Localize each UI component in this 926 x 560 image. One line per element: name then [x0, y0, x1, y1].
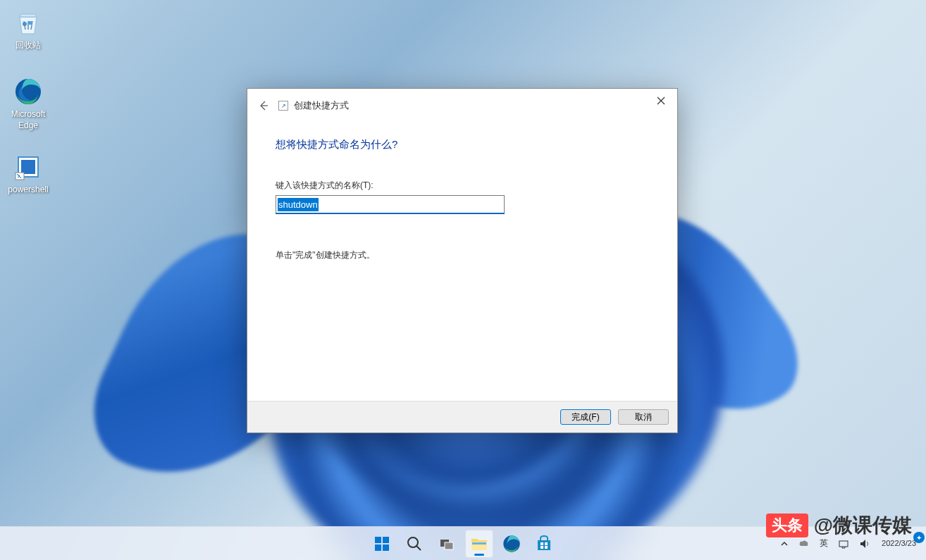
dialog-header: ↗ 创建快捷方式: [247, 89, 677, 123]
dialog-body: 想将快捷方式命名为什么? 键入该快捷方式的名称(T): shutdown 单击"…: [247, 123, 677, 401]
desktop-icon-label: Microsoft Edge: [11, 109, 46, 131]
create-shortcut-dialog: ↗ 创建快捷方式 想将快捷方式命名为什么? 键入该快捷方式的名称(T): shu…: [247, 88, 678, 433]
recycle-bin-icon: [13, 7, 44, 38]
back-button[interactable]: [253, 95, 274, 116]
svg-rect-9: [383, 545, 389, 551]
tray-date: 2022/3/23: [882, 538, 916, 548]
svg-rect-6: [375, 537, 381, 543]
dialog-question: 想将快捷方式命名为什么?: [276, 138, 649, 151]
svg-rect-13: [472, 542, 486, 545]
dialog-title: 创建快捷方式: [294, 99, 349, 112]
watermark-text: @微课传媒: [814, 512, 912, 539]
watermark-logo: 头条: [766, 514, 808, 537]
desktop-icon-label: powershell: [8, 185, 48, 196]
close-button[interactable]: [647, 91, 675, 111]
task-view-button[interactable]: [433, 530, 461, 558]
svg-rect-18: [545, 546, 548, 549]
svg-point-0: [23, 22, 27, 26]
dialog-instruction: 单击"完成"创建快捷方式。: [276, 249, 649, 261]
shortcut-name-label: 键入该快捷方式的名称(T):: [276, 180, 649, 192]
shortcut-name-input[interactable]: [276, 195, 505, 214]
svg-rect-17: [541, 546, 543, 549]
dialog-footer: 完成(F) 取消: [247, 401, 677, 433]
svg-rect-19: [839, 541, 848, 547]
svg-rect-12: [445, 542, 453, 549]
file-explorer-button[interactable]: [465, 530, 493, 558]
accessibility-icon[interactable]: ✦: [913, 532, 925, 543]
search-button[interactable]: [400, 530, 428, 558]
desktop-icon-powershell[interactable]: powershell: [1, 151, 55, 196]
taskbar-center: [368, 530, 558, 558]
start-button[interactable]: [368, 530, 396, 558]
svg-rect-4: [21, 160, 35, 174]
powershell-shortcut-icon: [13, 151, 44, 182]
desktop-icon-recycle-bin[interactable]: 回收站: [1, 7, 55, 51]
cancel-button[interactable]: 取消: [618, 409, 669, 425]
svg-point-10: [408, 537, 418, 547]
edge-taskbar-button[interactable]: [498, 530, 526, 558]
svg-rect-15: [541, 542, 543, 545]
shortcut-icon: ↗: [278, 101, 288, 111]
svg-rect-1: [28, 21, 32, 25]
store-button[interactable]: [530, 530, 558, 558]
watermark: 头条 @微课传媒: [766, 512, 912, 539]
edge-icon: [13, 76, 44, 107]
desktop-icon-edge[interactable]: Microsoft Edge: [1, 76, 55, 131]
finish-button[interactable]: 完成(F): [560, 409, 611, 425]
svg-rect-8: [375, 545, 381, 551]
svg-rect-16: [545, 542, 548, 545]
svg-rect-7: [383, 537, 389, 543]
desktop-icon-label: 回收站: [16, 40, 41, 51]
